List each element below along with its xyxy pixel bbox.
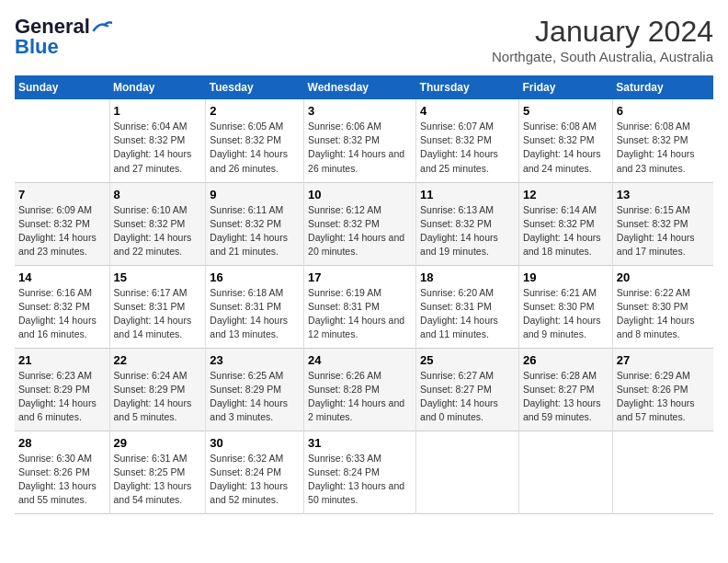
day-info: Sunrise: 6:26 AM Sunset: 8:28 PM Dayligh… — [308, 369, 412, 425]
logo-blue: Blue — [15, 35, 59, 59]
day-info: Sunrise: 6:14 AM Sunset: 8:32 PM Dayligh… — [523, 203, 609, 259]
day-number: 22 — [114, 353, 202, 367]
calendar-cell: 10Sunrise: 6:12 AM Sunset: 8:32 PM Dayli… — [304, 182, 416, 265]
day-number: 28 — [18, 436, 106, 450]
day-info: Sunrise: 6:33 AM Sunset: 8:24 PM Dayligh… — [308, 452, 412, 508]
calendar-cell: 6Sunrise: 6:08 AM Sunset: 8:32 PM Daylig… — [612, 99, 713, 182]
day-info: Sunrise: 6:04 AM Sunset: 8:32 PM Dayligh… — [114, 120, 202, 176]
calendar-cell: 26Sunrise: 6:28 AM Sunset: 8:27 PM Dayli… — [518, 348, 612, 431]
week-row-4: 28Sunrise: 6:30 AM Sunset: 8:26 PM Dayli… — [15, 431, 713, 513]
calendar-cell: 21Sunrise: 6:23 AM Sunset: 8:29 PM Dayli… — [15, 348, 109, 431]
day-number: 14 — [18, 270, 106, 284]
day-number: 10 — [308, 188, 412, 201]
day-number: 3 — [308, 104, 412, 118]
day-number: 12 — [523, 188, 609, 201]
day-info: Sunrise: 6:21 AM Sunset: 8:30 PM Dayligh… — [523, 286, 609, 342]
calendar-cell: 13Sunrise: 6:15 AM Sunset: 8:32 PM Dayli… — [612, 182, 713, 265]
page-header: General Blue January 2024 Northgate, Sou… — [15, 15, 713, 64]
calendar-body: 1Sunrise: 6:04 AM Sunset: 8:32 PM Daylig… — [15, 99, 713, 513]
day-number: 29 — [114, 436, 202, 450]
day-info: Sunrise: 6:08 AM Sunset: 8:32 PM Dayligh… — [523, 120, 609, 176]
header-sunday: Sunday — [15, 75, 109, 99]
calendar-cell: 15Sunrise: 6:17 AM Sunset: 8:31 PM Dayli… — [109, 265, 206, 348]
day-info: Sunrise: 6:16 AM Sunset: 8:32 PM Dayligh… — [18, 286, 106, 342]
calendar-cell: 20Sunrise: 6:22 AM Sunset: 8:30 PM Dayli… — [612, 265, 713, 348]
day-number: 20 — [617, 270, 710, 284]
logo: General Blue — [15, 15, 112, 59]
day-info: Sunrise: 6:31 AM Sunset: 8:25 PM Dayligh… — [114, 452, 202, 508]
day-info: Sunrise: 6:19 AM Sunset: 8:31 PM Dayligh… — [308, 286, 412, 342]
week-row-2: 14Sunrise: 6:16 AM Sunset: 8:32 PM Dayli… — [15, 265, 713, 348]
day-number: 8 — [114, 188, 202, 201]
day-number: 4 — [420, 104, 515, 118]
day-info: Sunrise: 6:30 AM Sunset: 8:26 PM Dayligh… — [18, 452, 106, 508]
day-info: Sunrise: 6:08 AM Sunset: 8:32 PM Dayligh… — [617, 120, 710, 176]
page-subtitle: Northgate, South Australia, Australia — [492, 49, 713, 64]
day-info: Sunrise: 6:10 AM Sunset: 8:32 PM Dayligh… — [114, 203, 202, 259]
day-number: 16 — [210, 270, 300, 284]
calendar-header-row: SundayMondayTuesdayWednesdayThursdayFrid… — [15, 75, 713, 99]
header-wednesday: Wednesday — [304, 75, 416, 99]
day-number: 7 — [18, 188, 106, 201]
day-info: Sunrise: 6:22 AM Sunset: 8:30 PM Dayligh… — [617, 286, 710, 342]
day-number: 26 — [523, 353, 609, 367]
day-info: Sunrise: 6:28 AM Sunset: 8:27 PM Dayligh… — [523, 369, 609, 425]
calendar-cell: 1Sunrise: 6:04 AM Sunset: 8:32 PM Daylig… — [109, 99, 206, 182]
day-number: 19 — [523, 270, 609, 284]
title-block: January 2024 Northgate, South Australia,… — [492, 15, 713, 64]
header-friday: Friday — [518, 75, 612, 99]
day-number: 11 — [420, 188, 515, 201]
day-info: Sunrise: 6:24 AM Sunset: 8:29 PM Dayligh… — [114, 369, 202, 425]
day-number: 18 — [420, 270, 515, 284]
week-row-3: 21Sunrise: 6:23 AM Sunset: 8:29 PM Dayli… — [15, 348, 713, 431]
day-info: Sunrise: 6:18 AM Sunset: 8:31 PM Dayligh… — [210, 286, 300, 342]
day-number: 27 — [617, 353, 710, 367]
calendar-cell: 4Sunrise: 6:07 AM Sunset: 8:32 PM Daylig… — [416, 99, 519, 182]
day-info: Sunrise: 6:05 AM Sunset: 8:32 PM Dayligh… — [210, 120, 300, 176]
calendar-table: SundayMondayTuesdayWednesdayThursdayFrid… — [15, 75, 713, 514]
header-saturday: Saturday — [612, 75, 713, 99]
day-info: Sunrise: 6:13 AM Sunset: 8:32 PM Dayligh… — [420, 203, 515, 259]
day-number: 9 — [210, 188, 300, 201]
day-number: 5 — [523, 104, 609, 118]
page-title: January 2024 — [492, 15, 713, 49]
day-number: 30 — [210, 436, 300, 450]
calendar-cell: 16Sunrise: 6:18 AM Sunset: 8:31 PM Dayli… — [206, 265, 304, 348]
day-info: Sunrise: 6:32 AM Sunset: 8:24 PM Dayligh… — [210, 452, 300, 508]
week-row-1: 7Sunrise: 6:09 AM Sunset: 8:32 PM Daylig… — [15, 182, 713, 265]
day-number: 13 — [617, 188, 710, 201]
day-info: Sunrise: 6:20 AM Sunset: 8:31 PM Dayligh… — [420, 286, 515, 342]
calendar-cell: 2Sunrise: 6:05 AM Sunset: 8:32 PM Daylig… — [206, 99, 304, 182]
calendar-cell: 19Sunrise: 6:21 AM Sunset: 8:30 PM Dayli… — [518, 265, 612, 348]
day-number: 6 — [617, 104, 710, 118]
calendar-cell: 7Sunrise: 6:09 AM Sunset: 8:32 PM Daylig… — [15, 182, 109, 265]
header-tuesday: Tuesday — [206, 75, 304, 99]
day-info: Sunrise: 6:17 AM Sunset: 8:31 PM Dayligh… — [114, 286, 202, 342]
logo-bird-icon — [92, 19, 112, 34]
week-row-0: 1Sunrise: 6:04 AM Sunset: 8:32 PM Daylig… — [15, 99, 713, 182]
calendar-cell: 25Sunrise: 6:27 AM Sunset: 8:27 PM Dayli… — [416, 348, 519, 431]
calendar-cell: 29Sunrise: 6:31 AM Sunset: 8:25 PM Dayli… — [109, 431, 206, 513]
day-number: 17 — [308, 270, 412, 284]
calendar-cell — [612, 431, 713, 513]
calendar-cell — [15, 99, 109, 182]
calendar-cell: 18Sunrise: 6:20 AM Sunset: 8:31 PM Dayli… — [416, 265, 519, 348]
day-info: Sunrise: 6:25 AM Sunset: 8:29 PM Dayligh… — [210, 369, 300, 425]
day-number: 24 — [308, 353, 412, 367]
calendar-cell: 3Sunrise: 6:06 AM Sunset: 8:32 PM Daylig… — [304, 99, 416, 182]
header-thursday: Thursday — [416, 75, 519, 99]
calendar-cell — [416, 431, 519, 513]
day-info: Sunrise: 6:23 AM Sunset: 8:29 PM Dayligh… — [18, 369, 106, 425]
day-number: 23 — [210, 353, 300, 367]
day-info: Sunrise: 6:06 AM Sunset: 8:32 PM Dayligh… — [308, 120, 412, 176]
calendar-cell: 5Sunrise: 6:08 AM Sunset: 8:32 PM Daylig… — [518, 99, 612, 182]
calendar-cell: 11Sunrise: 6:13 AM Sunset: 8:32 PM Dayli… — [416, 182, 519, 265]
day-info: Sunrise: 6:27 AM Sunset: 8:27 PM Dayligh… — [420, 369, 515, 425]
calendar-cell: 22Sunrise: 6:24 AM Sunset: 8:29 PM Dayli… — [109, 348, 206, 431]
day-number: 21 — [18, 353, 106, 367]
day-number: 15 — [114, 270, 202, 284]
calendar-cell: 31Sunrise: 6:33 AM Sunset: 8:24 PM Dayli… — [304, 431, 416, 513]
header-monday: Monday — [109, 75, 206, 99]
calendar-cell: 14Sunrise: 6:16 AM Sunset: 8:32 PM Dayli… — [15, 265, 109, 348]
day-number: 2 — [210, 104, 300, 118]
